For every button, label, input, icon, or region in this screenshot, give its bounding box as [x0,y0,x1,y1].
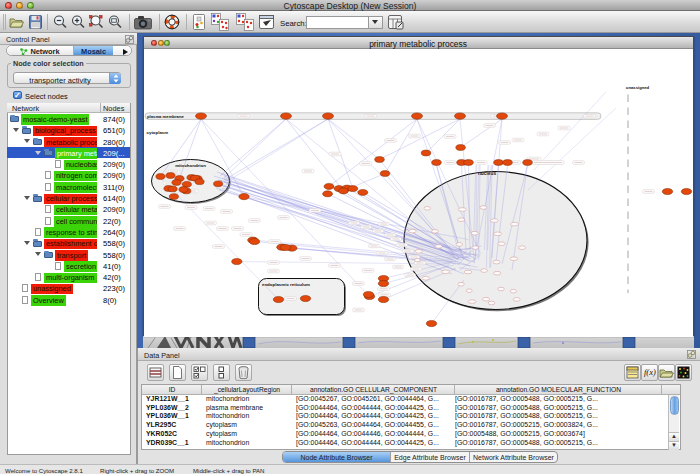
svg-text:endoplasmic reticulum: endoplasmic reticulum [262,282,310,287]
svg-text:plasma membrane: plasma membrane [147,113,184,118]
svg-text:unassigned: unassigned [625,85,649,90]
svg-text:nucleus: nucleus [477,170,495,175]
svg-text:cytoplasm: cytoplasm [146,129,168,134]
svg-text:mitochondrion: mitochondrion [175,163,206,168]
